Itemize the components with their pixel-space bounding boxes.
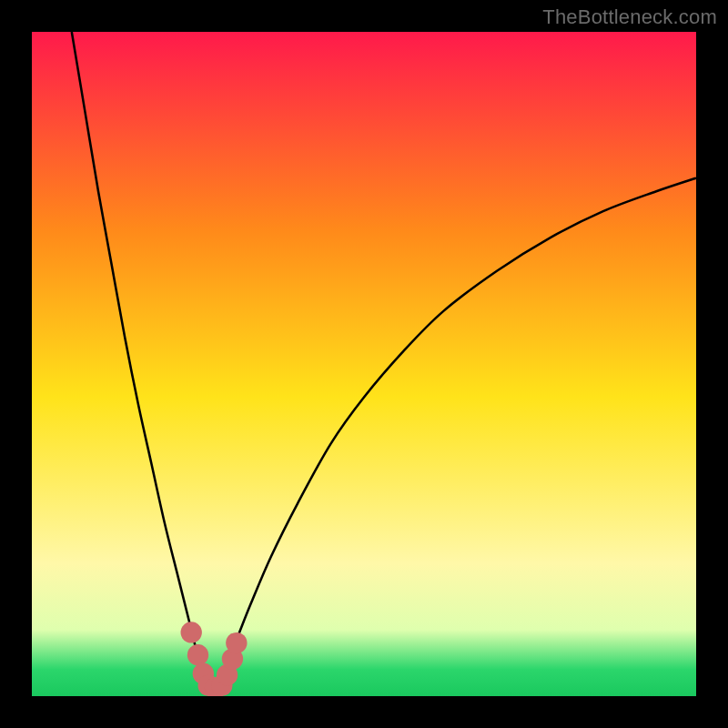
chart-frame: TheBottleneck.com xyxy=(0,0,728,728)
valley-bead xyxy=(181,622,202,642)
valley-bead xyxy=(226,632,247,653)
attribution-text: TheBottleneck.com xyxy=(542,5,717,29)
valley-bead xyxy=(187,644,208,665)
gradient-background xyxy=(32,32,696,696)
bottleneck-chart xyxy=(32,32,696,696)
plot-area xyxy=(32,32,696,696)
